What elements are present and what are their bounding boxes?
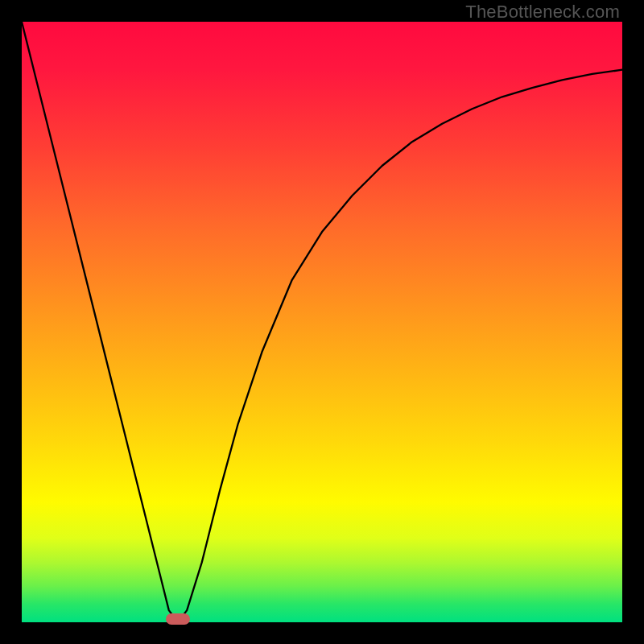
bottleneck-curve bbox=[22, 22, 622, 622]
chart-frame: TheBottleneck.com bbox=[0, 0, 644, 644]
plot-area bbox=[22, 22, 622, 622]
attribution-label: TheBottleneck.com bbox=[465, 2, 620, 23]
optimum-marker bbox=[166, 613, 190, 625]
curve-path bbox=[22, 22, 622, 622]
